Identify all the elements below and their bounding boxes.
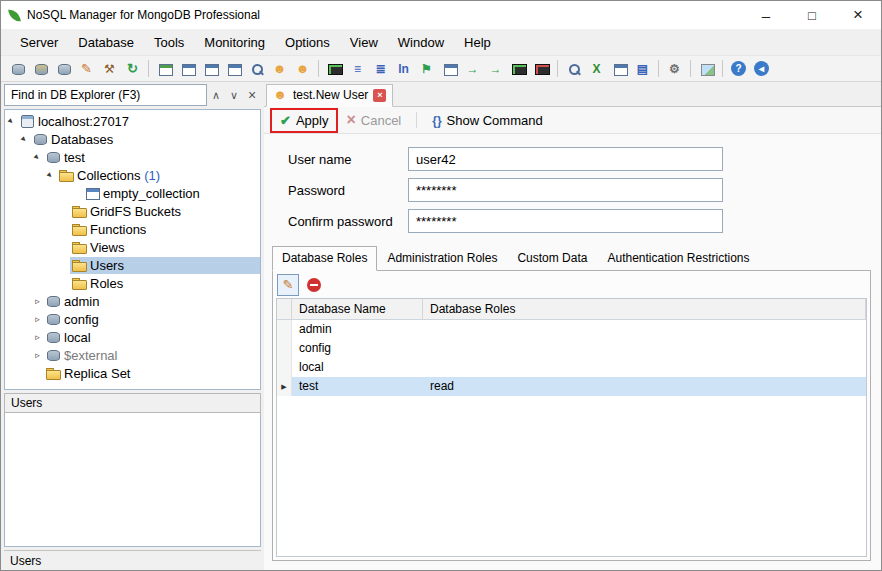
- settings-gear-button[interactable]: ⚙: [664, 58, 685, 79]
- remove-role-button[interactable]: [303, 274, 325, 296]
- user-name-input[interactable]: user42: [408, 147, 723, 171]
- find-in-collections-button[interactable]: [563, 58, 584, 79]
- tree-item-replica-set[interactable]: Replica Set: [5, 364, 260, 382]
- tree-item-test[interactable]: test: [5, 148, 260, 166]
- tree-item-databases[interactable]: Databases: [5, 130, 260, 148]
- grid-marker-header: [277, 299, 292, 319]
- collapse-arrow-icon[interactable]: [31, 152, 44, 162]
- tree-item-gridfs-buckets[interactable]: GridFS Buckets: [5, 202, 260, 220]
- show-command-button[interactable]: Show Command: [424, 110, 550, 131]
- column-header-database-roles[interactable]: Database Roles: [423, 299, 866, 319]
- expand-arrow-icon[interactable]: [31, 296, 44, 306]
- menu-monitoring[interactable]: Monitoring: [195, 31, 274, 54]
- find-document-button[interactable]: [246, 58, 267, 79]
- refresh-icon: [125, 61, 141, 77]
- password-input[interactable]: ********: [408, 178, 723, 202]
- tree-item-roles[interactable]: Roles: [5, 274, 260, 292]
- open-collection-button[interactable]: [177, 58, 198, 79]
- minimize-button[interactable]: [743, 1, 789, 29]
- tree-item-localhost-27017[interactable]: localhost:27017: [5, 112, 260, 130]
- tab-administration-roles[interactable]: Administration Roles: [377, 246, 507, 271]
- cancel-button[interactable]: Cancel: [338, 108, 409, 132]
- collapse-arrow-icon[interactable]: [44, 170, 57, 180]
- screenshot-button[interactable]: [696, 58, 717, 79]
- confirm-password-input[interactable]: ********: [408, 209, 723, 233]
- column-header-database-name[interactable]: Database Name: [292, 299, 423, 319]
- collection-icon: [84, 185, 100, 201]
- expand-arrow-icon[interactable]: [31, 350, 44, 360]
- tree-item-label: Users: [87, 257, 128, 274]
- menu-database[interactable]: Database: [69, 31, 143, 54]
- tree-item-external[interactable]: $external: [5, 346, 260, 364]
- server-log-button[interactable]: ≣: [370, 58, 391, 79]
- shell-run-button[interactable]: [508, 58, 529, 79]
- find-previous-button[interactable]: [207, 84, 225, 106]
- database-icon: [45, 311, 61, 327]
- menu-view[interactable]: View: [341, 31, 387, 54]
- about-button[interactable]: ◂: [751, 58, 772, 79]
- tree-item-functions[interactable]: Functions: [5, 220, 260, 238]
- tree-item-users[interactable]: Users: [5, 256, 260, 274]
- mongo-shell-button[interactable]: [324, 58, 345, 79]
- find-input[interactable]: Find in DB Explorer (F3): [4, 84, 207, 106]
- schema-analyzer-button[interactable]: [609, 58, 630, 79]
- find-clear-button[interactable]: [243, 84, 261, 106]
- grid-row-config[interactable]: config: [277, 339, 866, 358]
- tree-item-empty-collection[interactable]: empty_collection: [5, 184, 260, 202]
- grid-row-test[interactable]: ▶testread: [277, 377, 866, 396]
- expand-arrow-icon[interactable]: [31, 314, 44, 324]
- cell-database-name: local: [292, 358, 423, 377]
- menu-help[interactable]: Help: [455, 31, 500, 54]
- db-explorer-tree: localhost:27017DatabasestestCollections …: [4, 109, 261, 390]
- document-viewer-button[interactable]: ≡: [347, 58, 368, 79]
- tree-item-views[interactable]: Views: [5, 238, 260, 256]
- tab-test-new-user[interactable]: test.New User: [266, 84, 393, 107]
- collapse-arrow-icon[interactable]: [5, 116, 18, 126]
- menu-server[interactable]: Server: [11, 31, 67, 54]
- import-data-button[interactable]: →: [462, 58, 483, 79]
- repair-tools-button[interactable]: [99, 58, 120, 79]
- tab-database-roles[interactable]: Database Roles: [272, 246, 377, 271]
- collapse-arrow-icon[interactable]: [18, 134, 31, 144]
- apply-button[interactable]: Apply: [272, 110, 336, 131]
- tree-item-local[interactable]: local: [5, 328, 260, 346]
- tree-item-config[interactable]: config: [5, 310, 260, 328]
- tree-item-collections[interactable]: Collections (1): [5, 166, 260, 184]
- web-panel-button[interactable]: ▤: [632, 58, 653, 79]
- tab-authentication-restrictions[interactable]: Authentication Restrictions: [597, 246, 759, 271]
- export-excel-button[interactable]: X: [586, 58, 607, 79]
- table-view-button[interactable]: [439, 58, 460, 79]
- open-collection-icon: [180, 61, 196, 77]
- expand-arrow-icon[interactable]: [31, 332, 44, 342]
- tree-item-label: Replica Set: [61, 365, 134, 382]
- new-collection-button[interactable]: [154, 58, 175, 79]
- menu-tools[interactable]: Tools: [145, 31, 193, 54]
- grid-row-admin[interactable]: admin: [277, 320, 866, 339]
- roles-button[interactable]: [292, 58, 313, 79]
- attach-database-button[interactable]: [30, 58, 51, 79]
- find-next-button[interactable]: [225, 84, 243, 106]
- tree-view-button[interactable]: ⚑: [416, 58, 437, 79]
- collection-tools-button[interactable]: [200, 58, 221, 79]
- refresh-button[interactable]: [122, 58, 143, 79]
- tab-close-icon[interactable]: [373, 89, 386, 102]
- edit-pencil-button[interactable]: [76, 58, 97, 79]
- menu-options[interactable]: Options: [276, 31, 339, 54]
- users-button[interactable]: [269, 58, 290, 79]
- edit-role-button[interactable]: [277, 274, 299, 296]
- menu-window[interactable]: Window: [389, 31, 453, 54]
- remove-minus-icon: [307, 278, 321, 292]
- close-button[interactable]: [835, 1, 881, 29]
- open-database-button[interactable]: [7, 58, 28, 79]
- maximize-button[interactable]: [789, 1, 835, 29]
- help-button[interactable]: ?: [728, 58, 749, 79]
- shell-stop-button[interactable]: [531, 58, 552, 79]
- tree-item-admin[interactable]: admin: [5, 292, 260, 310]
- line-numbers-button[interactable]: ln: [393, 58, 414, 79]
- detach-database-icon: [56, 61, 72, 77]
- detach-database-button[interactable]: [53, 58, 74, 79]
- tab-custom-data[interactable]: Custom Data: [507, 246, 597, 271]
- export-data-button[interactable]: →: [485, 58, 506, 79]
- grid-row-local[interactable]: local: [277, 358, 866, 377]
- view-documents-button[interactable]: [223, 58, 244, 79]
